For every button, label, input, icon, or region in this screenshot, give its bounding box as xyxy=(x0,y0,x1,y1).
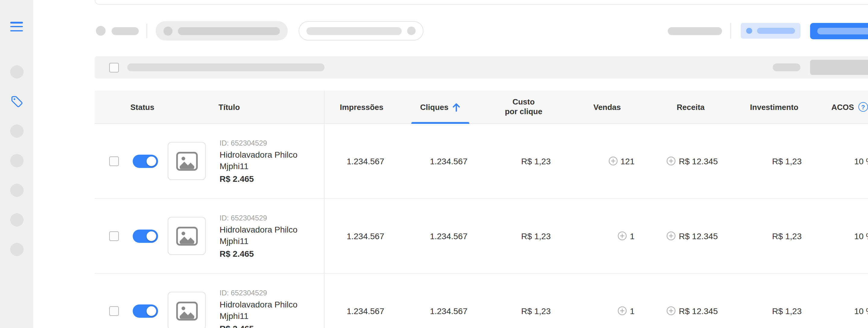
cell-investment: R$ 1,23 xyxy=(732,124,816,198)
button-label-placeholder xyxy=(757,28,795,34)
toggle-knob xyxy=(147,156,156,166)
header-impressions-label: Impressões xyxy=(340,102,384,111)
bulk-right-skeleton-small xyxy=(773,63,801,71)
sidebar-item-placeholder xyxy=(10,125,23,138)
product-id: ID: 652304529 xyxy=(220,213,313,223)
product-info: ID: 652304529 Hidrolavadora Philco Mjphi… xyxy=(220,138,313,184)
product-thumbnail xyxy=(168,142,206,180)
plus-circle-icon xyxy=(618,231,627,240)
tag-icon[interactable] xyxy=(10,95,23,108)
secondary-button-skeleton[interactable] xyxy=(741,23,801,39)
cell-clicks: 1.234.567 xyxy=(399,199,482,273)
plus-circle-icon xyxy=(618,306,627,315)
product-title[interactable]: Hidrolavadora Philco Mjphi11 xyxy=(220,224,313,247)
product-price: R$ 2.465 xyxy=(220,249,313,258)
bulk-select-bar xyxy=(95,56,868,79)
arrow-up-icon xyxy=(453,102,461,111)
table-header-row: Status Título Impressões Cliques Custo p… xyxy=(95,91,868,124)
sidebar-item-placeholder xyxy=(10,184,23,197)
status-toggle[interactable] xyxy=(133,304,158,318)
image-icon xyxy=(176,226,197,246)
product-thumbnail xyxy=(168,217,206,255)
sidebar-item-placeholder xyxy=(10,154,23,167)
cell-sales: 121 xyxy=(565,124,649,198)
header-revenue[interactable]: Receita xyxy=(649,91,732,123)
image-icon xyxy=(176,301,197,321)
primary-button-skeleton[interactable] xyxy=(810,23,868,39)
table-row: ID: 652304529 Hidrolavadora Philco Mjphi… xyxy=(95,124,868,199)
search-icon-placeholder xyxy=(407,27,415,35)
cell-impressions: 1.234.567 xyxy=(324,124,399,198)
plus-circle-icon xyxy=(608,157,617,165)
row-checkbox[interactable] xyxy=(109,231,119,241)
product-title[interactable]: Hidrolavadora Philco Mjphi11 xyxy=(220,149,313,172)
sidebar-item-placeholder xyxy=(10,243,23,256)
header-cost-per-click[interactable]: Custo por clique xyxy=(482,91,565,123)
cell-investment: R$ 1,23 xyxy=(732,199,816,273)
cell-acos: 10 % xyxy=(816,199,868,273)
cell-revenue: R$ 12.345 xyxy=(649,199,732,273)
search-field-skeleton[interactable] xyxy=(299,21,424,40)
plus-circle-icon xyxy=(667,231,676,240)
image-icon xyxy=(176,151,197,171)
toolbar-right-skeleton-bar xyxy=(668,27,722,35)
header-status: Status xyxy=(95,102,190,111)
bulk-right-skeleton-button[interactable] xyxy=(810,60,868,75)
app-root: Status Título Impressões Cliques Custo p… xyxy=(0,0,868,328)
search-placeholder-bar xyxy=(306,27,402,35)
revenue-value: R$ 12.345 xyxy=(679,306,718,316)
table-row: ID: 652304529 Hidrolavadora Philco Mjphi… xyxy=(95,274,868,328)
product-id: ID: 652304529 xyxy=(220,138,313,148)
ads-table: Status Título Impressões Cliques Custo p… xyxy=(95,91,868,328)
header-investment[interactable]: Investimento xyxy=(732,91,816,123)
cell-acos: 10 % xyxy=(816,124,868,198)
active-sort-underline xyxy=(411,122,469,124)
select-all-checkbox[interactable] xyxy=(109,62,119,72)
button-label-placeholder xyxy=(817,27,868,34)
sales-value: 1 xyxy=(630,306,634,316)
header-clicks[interactable]: Cliques xyxy=(399,91,482,123)
chip-icon-placeholder xyxy=(163,26,173,35)
main-content: Status Título Impressões Cliques Custo p… xyxy=(33,0,868,328)
toolbar xyxy=(95,21,868,40)
header-sales[interactable]: Vendas xyxy=(565,91,649,123)
plus-circle-icon xyxy=(667,157,676,165)
cell-sales: 1 xyxy=(565,274,649,328)
table-row: ID: 652304529 Hidrolavadora Philco Mjphi… xyxy=(95,199,868,274)
revenue-value: R$ 12.345 xyxy=(679,156,718,166)
header-title: Título xyxy=(190,102,269,111)
status-toggle[interactable] xyxy=(133,229,158,243)
cell-cost-per-click: R$ 1,23 xyxy=(482,124,565,198)
product-info: ID: 652304529 Hidrolavadora Philco Mjphi… xyxy=(220,213,313,258)
product-price: R$ 2.465 xyxy=(220,324,313,328)
row-left-section: ID: 652304529 Hidrolavadora Philco Mjphi… xyxy=(95,124,324,198)
row-checkbox[interactable] xyxy=(109,156,119,166)
cell-clicks: 1.234.567 xyxy=(399,274,482,328)
header-acos: ACOS ? xyxy=(816,91,868,123)
header-acos-label: ACOS xyxy=(831,102,854,111)
sidebar xyxy=(0,0,33,328)
header-impressions[interactable]: Impressões xyxy=(324,91,399,123)
cell-investment: R$ 1,23 xyxy=(732,274,816,328)
product-thumbnail xyxy=(168,292,206,328)
cell-cost-per-click: R$ 1,23 xyxy=(482,199,565,273)
toolbar-divider xyxy=(731,23,731,39)
cell-revenue: R$ 12.345 xyxy=(649,274,732,328)
header-left-section: Status Título xyxy=(95,91,324,123)
status-toggle[interactable] xyxy=(133,154,158,168)
cell-acos: 10 % xyxy=(816,274,868,328)
question-circle-icon[interactable]: ? xyxy=(858,102,868,112)
menu-icon[interactable] xyxy=(10,22,23,31)
product-title[interactable]: Hidrolavadora Philco Mjphi11 xyxy=(220,299,313,322)
cell-sales: 1 xyxy=(565,199,649,273)
filter-chip-skeleton[interactable] xyxy=(156,21,288,40)
product-id: ID: 652304529 xyxy=(220,288,313,298)
header-clicks-label: Cliques xyxy=(420,102,448,111)
bulk-label-skeleton xyxy=(127,63,324,71)
revenue-value: R$ 12.345 xyxy=(679,231,718,241)
button-icon-placeholder xyxy=(746,28,752,34)
cell-revenue: R$ 12.345 xyxy=(649,124,732,198)
row-checkbox[interactable] xyxy=(109,306,119,316)
top-card-edge xyxy=(95,0,868,5)
sales-value: 121 xyxy=(620,156,634,166)
